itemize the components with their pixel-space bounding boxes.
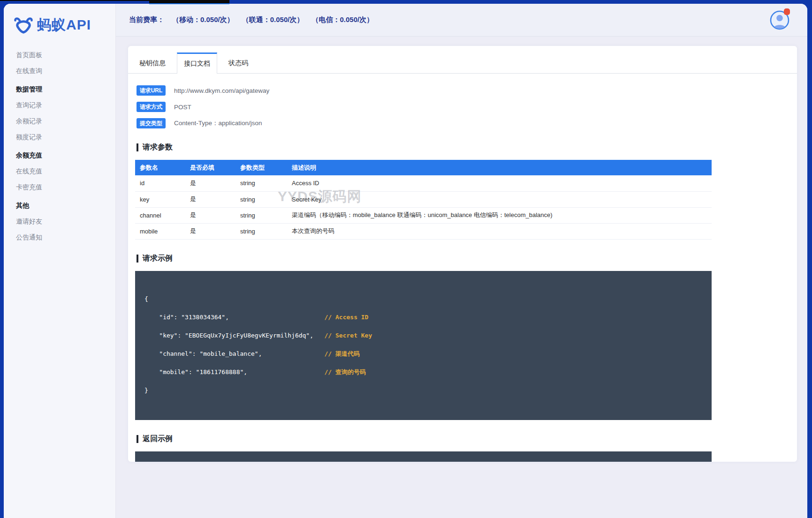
request-url-tag: 请求URL xyxy=(137,85,166,96)
response-example-title-text: 返回示例 xyxy=(143,434,173,444)
section-bar-icon xyxy=(137,143,138,151)
section-bar-icon xyxy=(137,435,138,443)
doc-card: 秘钥信息 接口文档 状态码 请求URL http://www.dkym.com/… xyxy=(128,46,797,462)
main-area: 当前费率： （移动：0.050/次） （联通：0.050/次） （电信：0.05… xyxy=(116,4,807,518)
sidebar-item-home[interactable]: 首页面板 xyxy=(4,47,115,63)
params-table-header: 参数名 是否必填 参数类型 描述说明 xyxy=(135,160,712,175)
cell-param-type: string xyxy=(235,223,287,239)
response-example-code: { "code": 200, "status": "success", "mes… xyxy=(135,451,712,462)
screenshot-artifact-tab xyxy=(149,0,229,3)
cell-required: 是 xyxy=(185,207,235,223)
rate-telecom: （电信：0.050/次） xyxy=(311,15,373,24)
col-param-type: 参数类型 xyxy=(235,160,287,175)
content-type-tag: 提交类型 xyxy=(137,118,166,128)
sidebar-section-recharge: 余额充值 xyxy=(4,147,115,163)
section-bar-icon xyxy=(137,255,138,263)
request-method-row: 请求方式 POST xyxy=(137,102,788,112)
request-method-tag: 请求方式 xyxy=(137,102,166,112)
request-url-value: http://www.dkym.com/api/gateway xyxy=(174,87,269,94)
cell-description: Secret Key xyxy=(287,191,712,207)
col-required: 是否必填 xyxy=(185,160,235,175)
sidebar-item-balance-records[interactable]: 余额记录 xyxy=(4,113,115,129)
request-example-title: 请求示例 xyxy=(137,254,788,263)
table-row: mobile 是 string 本次查询的号码 xyxy=(135,223,712,239)
cell-param-name: mobile xyxy=(135,223,185,239)
sidebar-item-invite-friends[interactable]: 邀请好友 xyxy=(4,213,115,229)
params-table: 参数名 是否必填 参数类型 描述说明 id 是 string A xyxy=(135,160,712,240)
cell-param-name: key xyxy=(135,191,185,207)
table-row: id 是 string Access ID xyxy=(135,175,712,191)
rate-unicom: （联通：0.050/次） xyxy=(242,15,304,24)
sidebar-item-quota-records[interactable]: 额度记录 xyxy=(4,129,115,145)
cell-param-type: string xyxy=(235,175,287,191)
cell-param-type: string xyxy=(235,207,287,223)
cell-description: 本次查询的号码 xyxy=(287,223,712,239)
topbar: 当前费率： （移动：0.050/次） （联通：0.050/次） （电信：0.05… xyxy=(116,4,807,37)
app-title: 蚂蚁API xyxy=(37,15,91,35)
user-avatar[interactable] xyxy=(770,10,789,30)
sidebar: 蚂蚁API 首页面板 在线查询 数据管理 查询记录 余额记录 额度记录 余额充值… xyxy=(4,4,116,518)
request-params-title: 请求参数 xyxy=(137,143,788,152)
sidebar-nav: 首页面板 在线查询 数据管理 查询记录 余额记录 额度记录 余额充值 在线充值 … xyxy=(4,47,115,245)
rate-mobile: （移动：0.050/次） xyxy=(172,15,234,24)
rate-label: 当前费率： xyxy=(129,15,164,24)
app-logo[interactable]: 蚂蚁API xyxy=(4,4,115,47)
app-panel: 蚂蚁API 首页面板 在线查询 数据管理 查询记录 余额记录 额度记录 余额充值… xyxy=(4,4,807,518)
ant-icon xyxy=(14,16,33,34)
cell-description: Access ID xyxy=(287,175,712,191)
request-params-title-text: 请求参数 xyxy=(143,143,173,152)
cell-required: 是 xyxy=(185,223,235,239)
sidebar-item-announcements[interactable]: 公告通知 xyxy=(4,229,115,245)
content-type-row: 提交类型 Content-Type：application/json xyxy=(137,118,788,128)
cell-param-type: string xyxy=(235,191,287,207)
col-description: 描述说明 xyxy=(287,160,712,175)
sidebar-item-online-query[interactable]: 在线查询 xyxy=(4,63,115,79)
sidebar-item-query-records[interactable]: 查询记录 xyxy=(4,97,115,113)
notification-dot-icon xyxy=(784,8,790,15)
sidebar-item-online-recharge[interactable]: 在线充值 xyxy=(4,163,115,179)
sidebar-section-other: 其他 xyxy=(4,197,115,213)
content-area: 秘钥信息 接口文档 状态码 请求URL http://www.dkym.com/… xyxy=(116,37,807,518)
cell-param-name: channel xyxy=(135,207,185,223)
request-method-value: POST xyxy=(174,104,191,111)
api-doc-panel: 请求URL http://www.dkym.com/api/gateway 请求… xyxy=(128,74,797,462)
tab-secret-info[interactable]: 秘钥信息 xyxy=(128,53,177,74)
tab-api-doc[interactable]: 接口文档 xyxy=(177,53,217,74)
sidebar-item-card-recharge[interactable]: 卡密充值 xyxy=(4,179,115,195)
response-example-title: 返回示例 xyxy=(137,434,788,444)
tab-status-codes[interactable]: 状态码 xyxy=(217,53,259,74)
table-row: key 是 string Secret Key xyxy=(135,191,712,207)
cell-required: 是 xyxy=(185,175,235,191)
col-param-name: 参数名 xyxy=(135,160,185,175)
request-example-code: { "id": "3138034364", // Access ID "key"… xyxy=(135,271,712,420)
content-type-value: Content-Type：application/json xyxy=(174,119,262,128)
request-url-row: 请求URL http://www.dkym.com/api/gateway xyxy=(137,85,788,96)
current-rates: 当前费率： （移动：0.050/次） （联通：0.050/次） （电信：0.05… xyxy=(129,15,373,24)
cell-param-name: id xyxy=(135,175,185,191)
table-row: channel 是 string 渠道编码（移动编码：mobile_balanc… xyxy=(135,207,712,223)
screenshot-artifact-tab-underline xyxy=(149,3,229,4)
cell-description: 渠道编码（移动编码：mobile_balance 联通编码：unicom_bal… xyxy=(287,207,712,223)
cell-required: 是 xyxy=(185,191,235,207)
sidebar-section-data-mgmt: 数据管理 xyxy=(4,81,115,97)
request-example-title-text: 请求示例 xyxy=(143,254,173,263)
tab-bar: 秘钥信息 接口文档 状态码 xyxy=(128,46,797,74)
